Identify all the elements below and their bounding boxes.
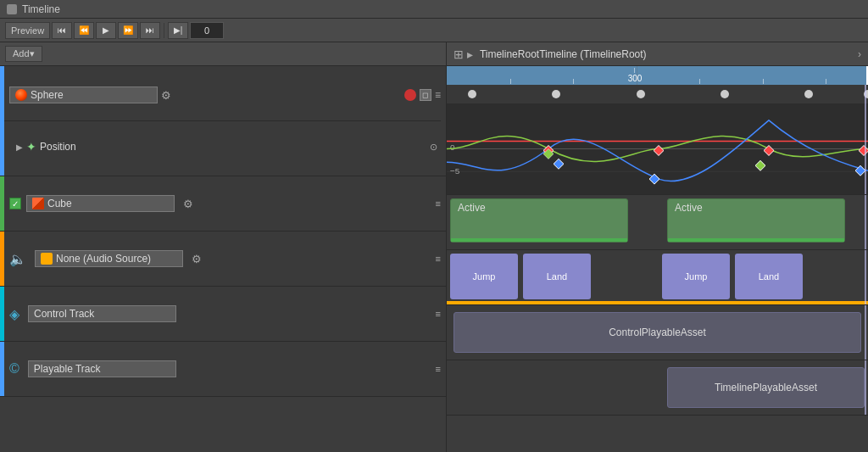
playable-menu-icon[interactable]: ≡ xyxy=(436,364,441,374)
keyframe-dot-3 xyxy=(637,90,645,98)
curve-svg: 0 −5 xyxy=(447,103,868,194)
ruler-tick-2 xyxy=(573,79,574,84)
cube-gear-icon[interactable]: ⚙ xyxy=(183,198,193,210)
audio-speaker-icon: 🔈 xyxy=(9,251,26,267)
position-label: Position xyxy=(40,141,76,153)
cube-menu-icon[interactable]: ≡ xyxy=(436,198,441,209)
record-mode-button[interactable]: ▶| xyxy=(168,22,188,39)
keyframe-dot-6 xyxy=(864,90,868,98)
position-expand-icon[interactable]: ▶ xyxy=(16,142,23,152)
play-button[interactable]: ▶ xyxy=(96,22,116,39)
active-green-bar-2 xyxy=(668,238,844,242)
anim-block-jump-2[interactable]: Jump xyxy=(662,254,730,299)
ruler-tick-4 xyxy=(763,79,764,84)
active-label-1: Active xyxy=(458,202,486,214)
keyframe-dots-row xyxy=(447,85,868,103)
playable-name-box[interactable]: Playable Track xyxy=(28,360,176,377)
preview-button[interactable]: Preview xyxy=(5,22,50,39)
audio-header: 🔈 None (Audio Source) ⚙ ≡ xyxy=(9,250,441,267)
go-start-button[interactable]: ⏮ xyxy=(52,22,72,39)
playable-header: © Playable Track ≡ xyxy=(9,360,441,377)
playable-track-area: TimelinePlayableAsset xyxy=(447,360,868,416)
control-name: Control Track xyxy=(34,308,94,320)
playable-icon-symbol: © xyxy=(9,361,19,377)
step-forward-button[interactable]: ⏩ xyxy=(118,22,138,39)
playable-track-content: © Playable Track ≡ xyxy=(4,342,446,396)
ruler-tick xyxy=(634,68,635,73)
left-panel: Add▾ Sphere ⚙ xyxy=(0,42,447,452)
keyframe-dot-5 xyxy=(804,90,813,98)
position-menu-icon[interactable]: ⊙ xyxy=(430,142,437,153)
step-back-button[interactable]: ⏪ xyxy=(74,22,94,39)
audio-name-box[interactable]: None (Audio Source) xyxy=(35,250,183,267)
ruler-label-300: 300 xyxy=(628,74,643,83)
ruler-tick-1 xyxy=(510,79,511,84)
keyframe-dot-1 xyxy=(468,90,476,98)
window-icon xyxy=(7,4,17,14)
ruler-mark-300: 300 xyxy=(628,68,643,83)
svg-marker-7 xyxy=(859,146,868,156)
toolbar: Preview ⏮ ⏪ ▶ ⏩ ⏭ ▶| xyxy=(0,19,868,42)
keyframe-dot-2 xyxy=(552,90,560,98)
playable-block[interactable]: TimelinePlayableAsset xyxy=(667,367,865,408)
anim-block-land-1[interactable]: Land xyxy=(523,254,591,299)
audio-controls: ≡ xyxy=(436,254,441,264)
add-button[interactable]: Add▾ xyxy=(5,46,42,62)
sphere-icon xyxy=(15,89,27,101)
window-title: Timeline xyxy=(22,3,60,15)
active-block-1[interactable]: Active xyxy=(450,198,628,243)
svg-marker-9 xyxy=(755,160,765,170)
sphere-subtrack: ▶ ✦ Position ⊙ xyxy=(4,120,441,172)
control-name-box[interactable]: Control Track xyxy=(28,305,176,322)
timeline-grid-icon: ⊞ ▸ xyxy=(453,47,473,61)
jump-label-1: Jump xyxy=(473,271,496,282)
tracks-container: Sphere ⚙ ◻ ≡ ▶ ✦ Position xyxy=(0,66,446,452)
sphere-menu-icon[interactable]: ≡ xyxy=(435,89,441,101)
track-row-playable: © Playable Track ≡ xyxy=(0,342,446,397)
control-playhead xyxy=(865,305,866,360)
cube-checkbox[interactable]: ✓ xyxy=(9,198,21,209)
anim-track: Jump Land Jump Land xyxy=(447,250,868,305)
playable-controls: ≡ xyxy=(436,364,441,374)
anim-block-land-2[interactable]: Land xyxy=(735,254,803,299)
keyframe-dot-4 xyxy=(721,90,729,98)
sphere-gear-icon[interactable]: ⚙ xyxy=(161,89,171,102)
sphere-name-box[interactable]: Sphere xyxy=(9,86,158,103)
active-block-2[interactable]: Active xyxy=(667,198,845,243)
audio-icon xyxy=(41,253,53,265)
anim-bottom-bar xyxy=(447,301,868,304)
control-block[interactable]: ControlPlayableAsset xyxy=(453,312,861,353)
timeline-expand-icon[interactable]: › xyxy=(858,48,861,60)
control-block-label: ControlPlayableAsset xyxy=(609,326,706,338)
position-icon: ✦ xyxy=(26,140,36,153)
ruler: 300 xyxy=(447,66,868,85)
cube-name: Cube xyxy=(47,198,72,209)
timeline-title: TimelineRootTimeline (TimelineRoot) xyxy=(480,48,647,60)
audio-track-content: 🔈 None (Audio Source) ⚙ ≡ xyxy=(4,232,446,286)
cube-name-box[interactable]: Cube xyxy=(26,195,175,212)
audio-menu-icon[interactable]: ≡ xyxy=(436,254,441,264)
sphere-name: Sphere xyxy=(31,89,64,101)
svg-marker-5 xyxy=(654,146,664,156)
sphere-curve-track: 0 −5 xyxy=(447,85,868,195)
sphere-mute-button[interactable]: ◻ xyxy=(420,89,431,101)
land-label-1: Land xyxy=(547,271,567,282)
position-controls: ⊙ xyxy=(430,142,441,153)
anim-playhead xyxy=(865,250,866,304)
sphere-record-button[interactable] xyxy=(404,89,416,101)
frame-input[interactable] xyxy=(190,22,224,39)
right-panel: ⊞ ▸ TimelineRootTimeline (TimelineRoot) … xyxy=(447,42,868,452)
go-end-button[interactable]: ⏭ xyxy=(140,22,160,39)
anim-block-jump-1[interactable]: Jump xyxy=(450,254,518,299)
control-controls: ≡ xyxy=(436,309,441,319)
cube-controls: ≡ xyxy=(436,198,441,209)
control-menu-icon[interactable]: ≡ xyxy=(436,309,441,319)
cube-icon xyxy=(32,198,44,209)
title-bar: Timeline xyxy=(0,0,868,19)
sphere-header: Sphere ⚙ ◻ ≡ xyxy=(9,70,441,120)
audio-gear-icon[interactable]: ⚙ xyxy=(192,253,202,265)
playable-playhead xyxy=(865,360,866,415)
add-label: Add▾ xyxy=(13,48,35,59)
ruler-tick-5 xyxy=(826,79,826,84)
cube-track-content: ✓ Cube ⚙ ≡ xyxy=(4,176,446,231)
